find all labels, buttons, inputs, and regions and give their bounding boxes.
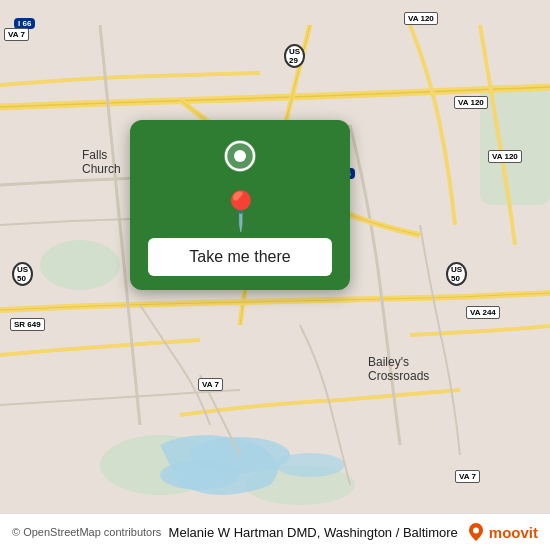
va7-badge-top: VA 7 bbox=[4, 28, 29, 41]
va120-badge-2: VA 120 bbox=[454, 96, 488, 109]
svg-rect-2 bbox=[480, 85, 550, 205]
va120-badge-3: VA 120 bbox=[488, 150, 522, 163]
map-pin-icon bbox=[218, 138, 262, 182]
copyright-text: © OpenStreetMap contributors bbox=[12, 526, 169, 538]
va244-badge: VA 244 bbox=[466, 306, 500, 319]
us50-badge-left: US50 bbox=[12, 262, 33, 286]
moovit-pin-icon bbox=[466, 522, 486, 542]
us50-badge-right: US50 bbox=[446, 262, 467, 286]
svg-point-10 bbox=[473, 528, 479, 534]
location-info: Melanie W Hartman DMD, Washington / Balt… bbox=[169, 522, 538, 542]
moovit-logo: moovit bbox=[466, 522, 538, 542]
take-me-there-button[interactable]: Take me there bbox=[148, 238, 332, 276]
map-container: FallsChurch Bailey'sCrossroads I 66 66 V… bbox=[0, 0, 550, 550]
us29-badge: US29 bbox=[284, 44, 305, 68]
pin-symbol: 📍 bbox=[217, 192, 264, 230]
business-name: Melanie W Hartman DMD, Washington / Balt… bbox=[169, 525, 458, 540]
va7-badge-bottom: VA 7 bbox=[198, 378, 223, 391]
bottom-bar: © OpenStreetMap contributors Melanie W H… bbox=[0, 513, 550, 550]
sr649-badge: SR 649 bbox=[10, 318, 45, 331]
svg-point-0 bbox=[40, 240, 120, 290]
location-card: 📍 Take me there bbox=[130, 120, 350, 290]
svg-point-6 bbox=[275, 453, 345, 477]
moovit-brand-name: moovit bbox=[489, 524, 538, 541]
va120-badge-1: VA 120 bbox=[404, 12, 438, 25]
va7-badge-br: VA 7 bbox=[455, 470, 480, 483]
